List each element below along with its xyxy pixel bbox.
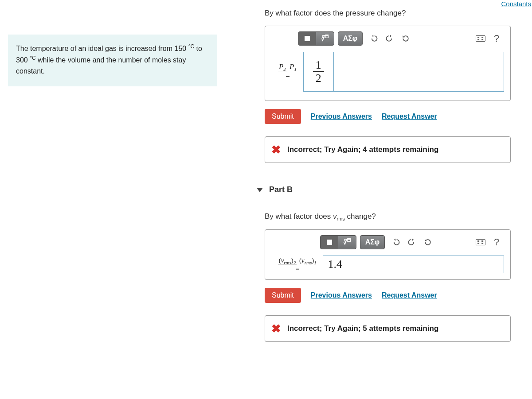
help-button[interactable]: ?	[489, 31, 504, 46]
undo-button[interactable]	[366, 31, 381, 46]
keyboard-icon	[476, 35, 485, 42]
keyboard-button[interactable]	[473, 235, 488, 249]
greek-button[interactable]: ΑΣφ	[360, 236, 384, 249]
partB-answer-box: ΑΣφ ? (vrms	[265, 229, 511, 280]
collapse-icon[interactable]	[257, 188, 263, 192]
partA-lhs: P2 P1 =	[275, 63, 303, 80]
undo-icon	[391, 238, 400, 247]
page: Constants The temperature of an ideal ga…	[0, 0, 532, 399]
partA-answer-extend[interactable]	[334, 52, 504, 92]
partA-actions: Submit Previous Answers Request Answer	[265, 109, 530, 124]
reset-button[interactable]	[398, 31, 413, 46]
partA-toolbar: ΑΣφ ?	[271, 31, 504, 52]
reset-icon	[423, 238, 432, 247]
reset-button[interactable]	[420, 235, 435, 249]
partB-title: Part B	[269, 185, 293, 194]
radical-icon	[321, 34, 329, 43]
radical-button[interactable]	[316, 32, 334, 45]
partA-answer-num: 1	[313, 58, 324, 72]
partB-header[interactable]: Part B	[246, 185, 530, 194]
undo-button[interactable]	[388, 235, 403, 249]
redo-button[interactable]	[404, 235, 419, 249]
problem-text: while the volume and the number of moles…	[16, 57, 186, 75]
incorrect-icon: ✖	[271, 323, 281, 334]
square-icon	[305, 36, 310, 41]
redo-icon	[385, 34, 394, 43]
answer-column: By what factor does the pressure change?…	[246, 0, 530, 342]
reset-icon	[401, 34, 410, 43]
partB-input-row: (vrms)2 (vrms)1 = 1.4	[275, 256, 504, 273]
partA-answer-den: 2	[313, 72, 324, 85]
greek-button[interactable]: ΑΣφ	[338, 32, 362, 45]
partB-lhs: (vrms)2 (vrms)1 =	[275, 257, 323, 273]
incorrect-icon: ✖	[271, 144, 281, 155]
partB-previous-answers-link[interactable]: Previous Answers	[311, 291, 372, 299]
partB-answer-input[interactable]: 1.4	[323, 256, 504, 273]
partB-request-answer-link[interactable]: Request Answer	[382, 291, 437, 299]
partA-feedback: ✖ Incorrect; Try Again; 4 attempts remai…	[265, 136, 511, 163]
redo-icon	[407, 238, 416, 247]
square-icon	[327, 240, 332, 245]
partA-input-row: P2 P1 = 1 2	[275, 52, 504, 92]
unit-degC-1: °C	[188, 43, 194, 50]
undo-icon	[369, 34, 378, 43]
radical-button[interactable]	[338, 236, 356, 249]
equation-tool-group[interactable]	[298, 31, 334, 46]
redo-button[interactable]	[382, 31, 397, 46]
partA-question: By what factor does the pressure change?	[246, 0, 530, 26]
keyboard-icon	[476, 239, 485, 245]
partA-feedback-text: Incorrect; Try Again; 4 attempts remaini…	[287, 145, 438, 154]
equation-tool-group[interactable]	[320, 235, 356, 249]
partA-previous-answers-link[interactable]: Previous Answers	[311, 112, 372, 120]
template-button[interactable]	[321, 236, 338, 249]
partB-toolbar: ΑΣφ ?	[271, 235, 504, 256]
help-button[interactable]: ?	[489, 235, 504, 249]
partA-submit-button[interactable]: Submit	[265, 109, 301, 124]
partA-answer-input[interactable]: 1 2	[303, 52, 334, 92]
keyboard-button[interactable]	[473, 31, 488, 46]
greek-tool-group[interactable]: ΑΣφ	[360, 235, 385, 249]
problem-text: The temperature of an ideal gas is incre…	[16, 45, 188, 52]
partA-answer-box: ΑΣφ ? P2	[265, 26, 511, 101]
partB-feedback-text: Incorrect; Try Again; 5 attempts remaini…	[287, 324, 438, 333]
partB-actions: Submit Previous Answers Request Answer	[265, 288, 530, 303]
greek-tool-group[interactable]: ΑΣφ	[338, 31, 363, 46]
unit-degC-2: °C	[30, 55, 35, 61]
template-button[interactable]	[298, 32, 316, 45]
partB-submit-button[interactable]: Submit	[265, 288, 301, 303]
radical-icon	[343, 238, 352, 247]
problem-statement: The temperature of an ideal gas is incre…	[8, 35, 217, 86]
partB-question: By what factor does vrms change?	[246, 194, 530, 229]
partB-feedback: ✖ Incorrect; Try Again; 5 attempts remai…	[265, 315, 511, 342]
partB-answer-value: 1.4	[328, 258, 342, 271]
partA-request-answer-link[interactable]: Request Answer	[382, 112, 437, 120]
